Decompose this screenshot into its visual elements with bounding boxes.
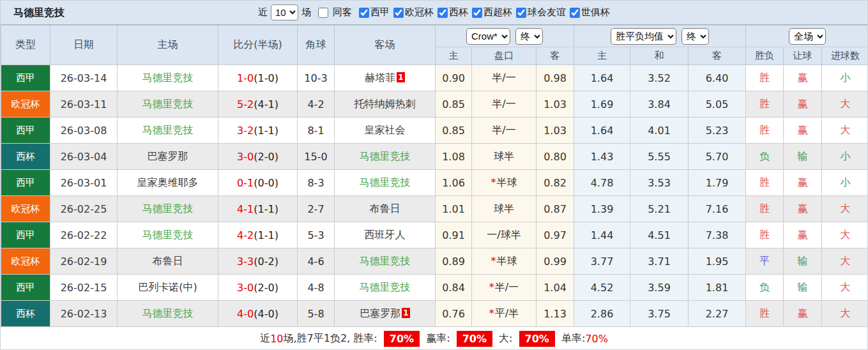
col-header-home: 主场 — [118, 26, 218, 65]
league-checkbox[interactable] — [472, 8, 482, 18]
bookmaker-select[interactable]: Crow* — [466, 28, 510, 45]
handicap-line-cell: 半/一 — [472, 91, 537, 118]
avg-home-odds: 3.77 — [574, 248, 630, 275]
away-team-cell: 皇家社会 — [335, 118, 436, 144]
half-time-score: (1-1) — [254, 229, 278, 241]
handicap-away-odds: 1.13 — [537, 301, 574, 327]
full-time-score: 0-1 — [237, 177, 254, 189]
subcol-handicap-away: 客 — [537, 47, 574, 65]
avg-draw-odds: 3.59 — [630, 275, 689, 301]
asterisk-mark: * — [491, 176, 496, 188]
corner-cell: 4-2 — [298, 91, 335, 118]
handicap-away-odds: 1.03 — [537, 118, 574, 144]
subcol-odds-draw: 和 — [630, 47, 689, 65]
league-label: 西杯 — [449, 6, 468, 19]
handicap-home-odds: 0.84 — [436, 275, 472, 301]
half-time-score: (1-0) — [254, 72, 278, 84]
result-handicap-cell: 输 — [784, 144, 822, 170]
handicap-line-cell: *半球 — [472, 248, 537, 275]
home-team-cell: 马德里竞技 — [118, 196, 218, 222]
date-cell: 26-02-19 — [50, 248, 118, 275]
subcol-odds-home: 主 — [574, 47, 630, 65]
avg-away-odds: 5.05 — [689, 91, 746, 118]
league-checkbox[interactable] — [438, 8, 448, 18]
corner-cell: 5-8 — [298, 301, 335, 327]
corner-cell: 4-8 — [298, 275, 335, 301]
rate-badge: 70% — [384, 331, 420, 347]
result-handicap-cell: 赢 — [784, 65, 822, 91]
corner-cell: 5-3 — [298, 222, 335, 248]
full-time-score: 5-2 — [237, 98, 254, 110]
handicap-line-cell: 球半 — [472, 196, 537, 222]
avg-away-odds: 6.40 — [689, 65, 746, 91]
league-label: 世俱杯 — [581, 6, 610, 19]
avg-away-odds: 1.95 — [689, 248, 746, 275]
handicap-away-odds: 1.03 — [537, 91, 574, 118]
away-team-cell: 马德里竞技 — [335, 144, 436, 170]
red-card-badge: 1 — [397, 72, 404, 82]
home-team-cell: 皇家奥维耶多 — [118, 170, 218, 196]
league-filter-item: 西超杯 — [468, 6, 512, 19]
league-type-badge: 西甲 — [1, 170, 50, 196]
table-row: 西甲 26-02-15 巴列卡诺(中) 3-0(2-0) 4-8 马德里竞技 0… — [1, 275, 868, 301]
date-cell: 26-02-13 — [50, 301, 118, 327]
odds-type-select[interactable]: 胜平负均值 — [611, 28, 676, 45]
result-wdl-cell: 胜 — [746, 91, 784, 118]
home-team-cell: 马德里竞技 — [118, 91, 218, 118]
handicap-home-odds: 0.90 — [436, 65, 472, 91]
handicap-away-odds: 0.80 — [537, 144, 574, 170]
full-time-score: 3-3 — [237, 255, 254, 268]
date-cell: 26-03-01 — [50, 170, 118, 196]
result-goals-cell: 大 — [822, 118, 868, 144]
handicap-line-cell: 球半 — [472, 144, 537, 170]
league-label: 球会友谊 — [528, 6, 566, 19]
result-wdl-cell: 负 — [746, 275, 784, 301]
avg-draw-odds: 4.51 — [630, 222, 689, 248]
half-time-score: (1-1) — [254, 125, 278, 137]
handicap-line: 半/一 — [492, 72, 515, 84]
corner-cell: 8-3 — [298, 170, 335, 196]
recent-count-select[interactable]: 10 — [271, 4, 298, 20]
league-type-badge: 西甲 — [1, 118, 50, 144]
corner-cell: 8-1 — [298, 118, 335, 144]
league-type-badge: 西杯 — [1, 144, 50, 170]
summary-text: 大: — [496, 332, 516, 346]
handicap-line: 球半 — [494, 150, 514, 162]
league-filter-item: 西甲 — [355, 6, 390, 19]
league-label: 西超杯 — [483, 6, 512, 19]
scope-select[interactable]: 全场 — [789, 28, 826, 45]
league-checkbox[interactable] — [570, 8, 580, 18]
same-venue-checkbox[interactable] — [318, 8, 328, 18]
summary-text: 10 — [270, 333, 283, 345]
col-header-type: 类型 — [1, 26, 50, 65]
league-filter-item: 世俱杯 — [566, 6, 610, 19]
score-cell: 3-0(2-0) — [218, 275, 298, 301]
half-time-score: (1-1) — [254, 203, 278, 215]
odds-time-select[interactable]: 终 — [681, 28, 709, 45]
league-checkbox[interactable] — [393, 8, 404, 18]
odds-group-header: 胜平负均值 终 — [574, 26, 746, 47]
home-team-name: 巴列卡诺(中) — [138, 281, 197, 293]
league-type-badge: 欧冠杯 — [1, 248, 50, 275]
date-cell: 26-03-14 — [50, 65, 118, 91]
away-team-name: 赫塔菲 — [365, 72, 395, 84]
home-team-name: 巴塞罗那 — [148, 150, 188, 162]
result-wdl-cell: 胜 — [746, 222, 784, 248]
date-cell: 26-02-22 — [50, 222, 118, 248]
bookmaker-time-select[interactable]: 终 — [515, 28, 543, 45]
result-handicap-cell: 赢 — [784, 222, 822, 248]
result-handicap-cell: 赢 — [784, 196, 822, 222]
avg-draw-odds: 3.52 — [630, 65, 689, 91]
league-checkbox[interactable] — [516, 8, 526, 18]
league-label: 欧冠杯 — [405, 6, 434, 19]
result-goals-cell: 小 — [822, 170, 868, 196]
subcol-result-goals: 进球数 — [822, 47, 868, 65]
corner-cell: 4-6 — [298, 248, 335, 275]
league-checkbox[interactable] — [359, 8, 369, 18]
avg-home-odds: 1.44 — [574, 222, 630, 248]
page-title: 马德里竞技 — [13, 1, 65, 25]
home-team-cell: 马德里竞技 — [118, 65, 218, 91]
date-cell: 26-03-08 — [50, 118, 118, 144]
league-filter-item: 球会友谊 — [512, 6, 566, 19]
result-goals-cell: 大 — [822, 196, 868, 222]
